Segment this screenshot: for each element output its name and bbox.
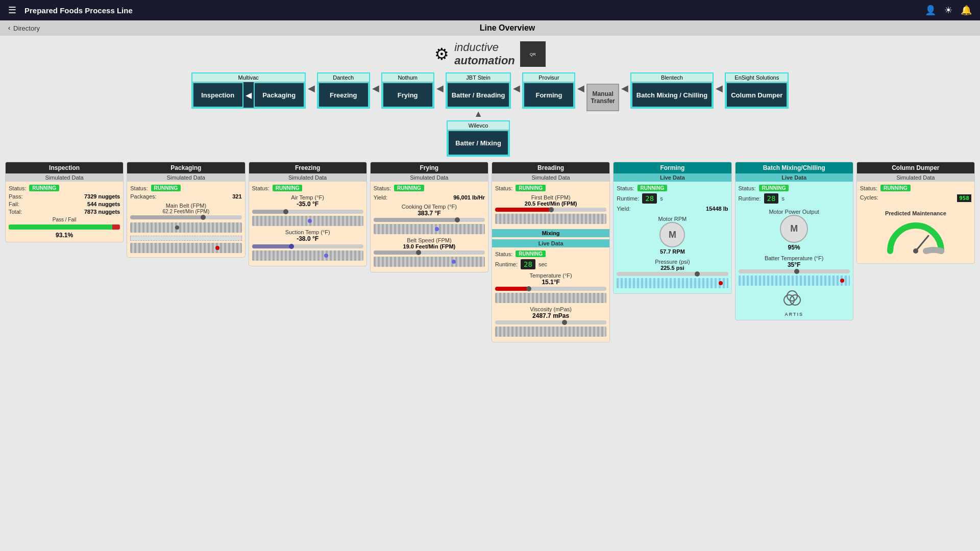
flow-multivac[interactable]: Multivac Inspection ◀ Packaging — [191, 72, 306, 109]
pressure-value: 225.5 psi — [617, 265, 728, 271]
flow-inspection[interactable]: Inspection — [192, 82, 243, 108]
breading-wavy — [495, 214, 606, 224]
arrow-2: ◀ — [371, 83, 380, 94]
motor-circle: M — [659, 222, 685, 247]
freezing-wavy-2 — [252, 251, 363, 261]
main-content: ⚙ inductiveautomation QR Multivac Inspec… — [0, 36, 980, 347]
arrow-4: ◀ — [512, 83, 521, 94]
panel-frying: Frying Simulated Data Status: RUNNING Yi… — [370, 162, 488, 272]
viscosity-value: 2487.7 mPas — [495, 312, 606, 319]
motor-power-label: Motor Power Output — [739, 209, 850, 215]
vendor-blentech: Blentech — [631, 73, 713, 82]
batter-temp-slider — [739, 269, 850, 273]
panel-freezing: Freezing Simulated Data Status: RUNNING … — [249, 162, 367, 266]
bell-icon[interactable]: 🔔 — [961, 5, 972, 16]
total-value: 7873 nuggets — [84, 209, 120, 215]
forming-runtime-unit: s — [660, 195, 663, 202]
first-belt-value: 20.5 Feet/Min (FPM) — [495, 201, 606, 207]
column-dumper-body: Status: RUNNING Cycles: 958 Predicted Ma… — [857, 182, 974, 263]
pass-fail-label: Pass / Fail — [9, 217, 120, 222]
belt-speed-slider — [374, 251, 485, 255]
breadcrumb-bar: ‹ Directory Line Overview — [0, 20, 980, 36]
yield-label: Yield: — [374, 194, 387, 201]
fail-label: Fail: — [9, 201, 19, 207]
flow-wilevco[interactable]: Wilevco Batter / Mixing — [447, 120, 510, 157]
batch-mixing-body: Status: RUNNING Runtime: 28 s Motor Powe… — [736, 182, 853, 320]
flow-jbt[interactable]: JBT Stein Batter / Breading — [446, 72, 511, 109]
frying-wavy — [374, 224, 485, 234]
packaging-status-badge: RUNNING — [151, 185, 181, 191]
top-nav: ☰ Prepared Foods Process Line 👤 ☀ 🔔 — [0, 0, 980, 20]
flow-packaging[interactable]: Packaging — [254, 82, 305, 108]
air-temp-value: -35.0 °F — [252, 201, 363, 208]
frying-status-badge: RUNNING — [394, 185, 424, 191]
packages-value: 321 — [232, 193, 241, 199]
viscosity-slider — [495, 320, 606, 324]
freezing-status-label: Status: — [252, 185, 270, 191]
belt-dashed — [130, 236, 241, 241]
arrow-up: ▲ — [474, 109, 483, 119]
flow-frying[interactable]: Frying — [382, 82, 433, 108]
vendor-dantech: Dantech — [318, 73, 369, 82]
column-dumper-subheader: Simulated Data — [857, 173, 974, 182]
panel-forming: Forming Live Data Status: RUNNING Runtim… — [613, 162, 731, 294]
packaging-subheader: Simulated Data — [127, 173, 244, 182]
manual-box[interactable]: ManualTransfer — [587, 85, 618, 110]
flow-batter-mixing[interactable]: Batter / Mixing — [448, 130, 509, 156]
user-icon[interactable]: 👤 — [925, 5, 936, 16]
column-dumper-header: Column Dumper — [857, 162, 974, 173]
mixing-temp-slider — [495, 287, 606, 291]
frying-subheader: Simulated Data — [371, 173, 488, 182]
first-belt-slider — [495, 208, 606, 212]
freezing-status-badge: RUNNING — [273, 185, 303, 191]
svg-point-4 — [913, 248, 918, 254]
flow-manual[interactable]: ManualTransfer — [586, 84, 619, 111]
vendor-multivac: Multivac — [192, 73, 305, 82]
flow-freezing[interactable]: Freezing — [318, 82, 369, 108]
pass-label: Pass: — [9, 193, 23, 199]
flow-dantech[interactable]: Dantech Freezing — [317, 72, 370, 109]
panel-packaging: Packaging Simulated Data Status: RUNNING… — [127, 162, 245, 258]
brightness-icon[interactable]: ☀ — [944, 5, 952, 16]
flow-column-dumper[interactable]: Column Dumper — [726, 82, 788, 108]
vendor-jbt: JBT Stein — [447, 73, 510, 82]
viscosity-wavy — [495, 327, 606, 337]
flow-nothum[interactable]: Nothum Frying — [381, 72, 434, 109]
breading-subheader: Simulated Data — [492, 173, 609, 182]
inspection-body: Status: RUNNING Pass: 7329 nuggets Fail:… — [6, 182, 123, 242]
flow-blentech[interactable]: Blentech Batch Mixing / Chilling — [630, 72, 714, 109]
cooking-oil-label: Cooking Oil Temp (°F) — [374, 204, 485, 210]
breading-body: Status: RUNNING First Belt (FPM) 20.5 Fe… — [492, 182, 609, 229]
flow-batch-mixing[interactable]: Batch Mixing / Chilling — [631, 82, 713, 108]
flow-breading[interactable]: Batter / Breading — [447, 82, 510, 108]
motor-rpm-value: 57.7 RPM — [617, 248, 728, 255]
cycles-label: Cycles: — [860, 194, 878, 202]
app-title: Prepared Foods Process Line — [24, 6, 917, 15]
batch-motor-circle: M — [780, 215, 808, 243]
total-label: Total: — [9, 209, 22, 215]
dumper-status-badge: RUNNING — [880, 185, 911, 191]
flow-ensight[interactable]: EnSight Solutions Column Dumper — [725, 72, 789, 109]
menu-icon[interactable]: ☰ — [8, 5, 16, 16]
motor-rpm-label: Motor RPM — [617, 216, 728, 222]
pass-fail-bar — [9, 224, 120, 230]
breadcrumb-link[interactable]: Directory — [13, 24, 40, 32]
batter-temp-label: Batter Temperature (°F) — [739, 255, 850, 261]
flow-provisur[interactable]: Provisur Forming — [522, 72, 575, 109]
flow-forming[interactable]: Forming — [523, 82, 574, 108]
motor-pct: 95% — [739, 244, 850, 251]
forming-runtime-label: Runtime: — [617, 195, 639, 202]
forming-header: Forming — [614, 162, 731, 173]
belt-speed-label: Belt Speed (FPM) — [374, 237, 485, 243]
pass-fail-pct: 93.1% — [9, 232, 120, 239]
panel-batch-mixing: Batch Mixing/Chilling Live Data Status: … — [735, 162, 853, 320]
freezing-header: Freezing — [249, 162, 366, 173]
frying-header: Frying — [371, 162, 488, 173]
mixing-status-badge: RUNNING — [516, 251, 546, 257]
panel-column-dumper: Column Dumper Simulated Data Status: RUN… — [856, 162, 975, 264]
arrow-7: ◀ — [715, 83, 724, 94]
mixing-section-header: Mixing — [492, 229, 609, 237]
pressure-slider — [617, 272, 728, 276]
inspection-header: Inspection — [6, 162, 123, 173]
mixing-status-label: Status: — [495, 251, 512, 257]
